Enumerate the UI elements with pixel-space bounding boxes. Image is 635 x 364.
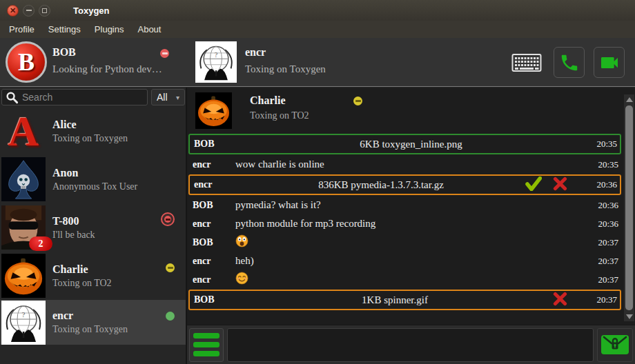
phone-icon xyxy=(559,52,580,73)
contact-status-icon-wrap xyxy=(161,212,175,226)
online-status-icon xyxy=(166,312,175,321)
busy-status-core xyxy=(164,216,171,223)
contact-info: AnonAnonymous Tox User xyxy=(52,167,137,192)
contact-status-message: Toxing on TO2 xyxy=(52,278,112,289)
video-call-button[interactable] xyxy=(594,47,625,78)
encrypted-envelope-icon xyxy=(600,334,629,356)
message-sender: BOB xyxy=(194,294,237,305)
scroll-down-button[interactable] xyxy=(624,312,634,321)
peer-banner-info: Charlie Toxing on TO2 xyxy=(250,92,309,130)
menu-item-about[interactable]: About xyxy=(130,21,168,38)
screen-keyboard-button[interactable] xyxy=(511,52,543,73)
message-row: encrpython module for mp3 recording20:36 xyxy=(188,214,621,233)
svg-text:?: ? xyxy=(215,51,218,59)
message-row: encrwow charlie is online20:35 xyxy=(188,155,621,174)
file-transfer-row: BOB1KB spinner.gif20:37 xyxy=(188,290,621,310)
self-status-busy-icon[interactable] xyxy=(160,49,169,58)
message-sender: BOB xyxy=(193,200,235,211)
smile-emoji xyxy=(235,272,248,287)
search-icon xyxy=(6,91,19,104)
contact-name: Alice xyxy=(52,119,128,131)
message-sender: encr xyxy=(193,219,235,230)
contact-info: T-800I'll be back xyxy=(52,215,95,241)
audio-call-button[interactable] xyxy=(554,47,585,78)
titlebar: ✕ Toxygen xyxy=(0,0,635,21)
contact-item-anon[interactable]: AnonAnonymous Tox User xyxy=(0,155,186,203)
anonymous-avatar: ? xyxy=(1,301,46,345)
peer-banner: Charlie Toxing on TO2 xyxy=(195,92,614,130)
message-timestamp: 20:37 xyxy=(585,294,618,305)
file-transfer-row: encr836KB pymedia-1.3.7.3.tar.gz20:36 xyxy=(188,174,621,195)
message-sender: encr xyxy=(194,179,237,190)
contact-item-alice[interactable]: AAliceToxing on Toxygen xyxy=(0,107,186,155)
message-row: encr20:37 xyxy=(188,270,621,289)
message-sender: encr xyxy=(193,159,235,170)
decline-file-button[interactable] xyxy=(553,292,567,309)
attachments-menu-button[interactable] xyxy=(189,328,224,362)
message-timestamp: 20:35 xyxy=(585,139,618,150)
away-status-icon xyxy=(166,263,175,272)
check-icon xyxy=(525,176,542,194)
file-name: 836KB pymedia-1.3.7.3.tar.gz xyxy=(237,179,525,191)
contact-info: encrToxing on Toxygen xyxy=(52,310,128,335)
arrow-up-icon xyxy=(626,97,633,102)
message-text: pymedia? what is it? xyxy=(235,199,587,211)
message-timestamp: 20:35 xyxy=(587,159,620,170)
message-row: BOB20:37 xyxy=(188,233,621,252)
accept-file-button[interactable] xyxy=(525,176,542,194)
file-name: 1KB spinner.gif xyxy=(237,294,553,306)
self-avatar[interactable]: B xyxy=(6,41,47,83)
message-timestamp: 20:36 xyxy=(587,200,620,211)
spade-skull-avatar xyxy=(1,157,46,201)
contact-filter-dropdown[interactable]: All ▾ xyxy=(151,89,185,105)
svg-text:?: ? xyxy=(22,310,26,318)
maximize-button[interactable] xyxy=(39,5,50,17)
scared-emoji xyxy=(235,234,248,250)
contact-name: Anon xyxy=(52,167,137,179)
message-input[interactable] xyxy=(227,328,594,362)
search-row: All ▾ xyxy=(0,88,186,107)
message-list: BOB6KB toxygen_inline.png20:35encrwow ch… xyxy=(188,133,621,321)
peer-status-message: Toxing on Toxygen xyxy=(245,63,326,75)
chevron-down-icon: ▾ xyxy=(176,94,179,101)
message-sender: BOB xyxy=(194,139,237,150)
composer xyxy=(187,325,635,364)
message-sender: BOB xyxy=(193,237,235,248)
message-text: heh) xyxy=(235,255,587,267)
sidebar: All ▾ AAliceToxing on ToxygenAnonAnonymo… xyxy=(0,88,186,364)
hamburger-icon xyxy=(193,333,219,338)
message-text: wow charlie is online xyxy=(235,159,587,170)
search-input[interactable] xyxy=(22,92,147,103)
peer-name: encr xyxy=(245,46,266,59)
message-timestamp: 20:36 xyxy=(587,219,620,230)
search-box xyxy=(1,89,148,105)
close-button[interactable]: ✕ xyxy=(7,5,19,17)
contact-item-t-800[interactable]: 2T-800I'll be back xyxy=(0,203,186,252)
scrollbar-thumb[interactable] xyxy=(625,105,633,310)
message-text: python module for mp3 recording xyxy=(235,218,587,230)
menu-item-profile[interactable]: Profile xyxy=(2,21,41,38)
contact-item-charlie[interactable]: CharlieToxing on TO2 xyxy=(0,252,186,300)
window-title: Toxygen xyxy=(73,6,110,16)
send-button[interactable] xyxy=(597,328,633,362)
header: B BOB Looking for Python dev… ? encr Tox… xyxy=(0,38,635,87)
keyboard-icon xyxy=(511,52,542,73)
banner-away-status-icon xyxy=(353,97,362,105)
message-row: BOBpymedia? what is it?20:36 xyxy=(188,196,621,214)
decline-file-button[interactable] xyxy=(553,176,567,194)
message-text xyxy=(235,234,587,250)
message-timestamp: 20:36 xyxy=(585,179,618,190)
contact-status-message: Anonymous Tox User xyxy=(52,181,137,192)
menu-item-settings[interactable]: Settings xyxy=(41,21,88,38)
contact-item-encr[interactable]: ?encrToxing on Toxygen xyxy=(0,300,186,345)
unread-badge: 2 xyxy=(29,236,52,251)
maximize-icon xyxy=(42,8,47,13)
pumpkin-avatar xyxy=(1,254,46,298)
scroll-up-button[interactable] xyxy=(624,94,634,104)
minimize-button[interactable] xyxy=(23,5,35,17)
menu-item-plugins[interactable]: Plugins xyxy=(88,21,131,38)
self-avatar-letter: B xyxy=(18,48,35,77)
file-actions xyxy=(525,176,567,194)
contact-name: encr xyxy=(52,310,128,322)
file-name: 6KB toxygen_inline.png xyxy=(237,139,585,150)
